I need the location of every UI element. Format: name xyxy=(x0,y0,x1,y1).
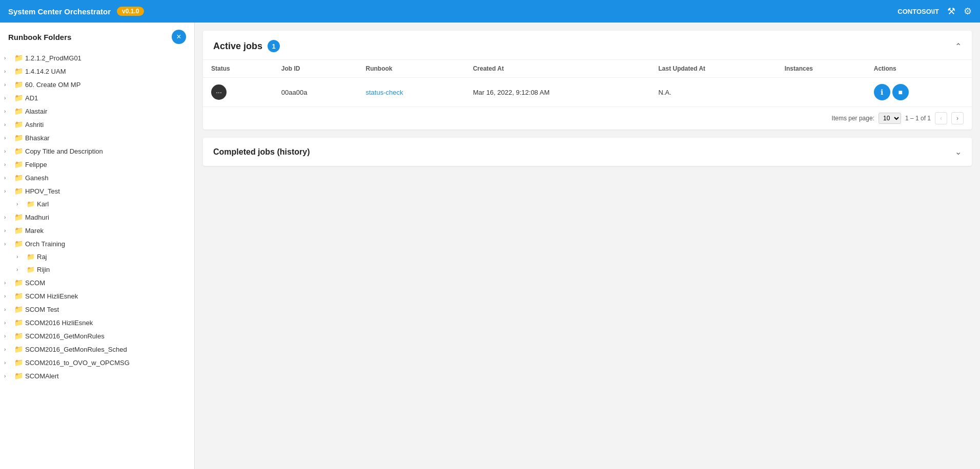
sidebar-item[interactable]: ›📁SCOM xyxy=(0,276,194,289)
navbar-left: System Center Orchestrator v0.1.0 xyxy=(8,7,144,16)
sidebar-item-label: AD1 xyxy=(25,94,188,102)
sidebar-title: Runbook Folders xyxy=(8,33,71,41)
chevron-icon: › xyxy=(4,135,12,141)
chevron-icon: › xyxy=(4,122,12,127)
navbar-right: CONTOSO\IT ⚒ ⚙ xyxy=(897,6,972,17)
sidebar-item-label: Raj xyxy=(37,253,188,261)
folder-icon: 📁 xyxy=(14,54,23,62)
folder-icon: 📁 xyxy=(14,160,23,168)
sidebar-header: Runbook Folders × xyxy=(0,23,194,49)
sidebar-item[interactable]: ›📁SCOM2016_GetMonRules xyxy=(0,329,194,343)
apps-icon[interactable]: ⚒ xyxy=(947,6,955,17)
chevron-icon: › xyxy=(4,228,12,233)
active-jobs-title: Active jobs xyxy=(213,41,262,52)
sidebar-item-label: Copy Title and Description xyxy=(25,147,188,155)
chevron-icon: › xyxy=(16,201,25,207)
main-layout: Runbook Folders × ›📁1.2.1.2_ProdMG01›📁1.… xyxy=(0,23,980,469)
job-id-cell: 00aa00a xyxy=(273,78,358,107)
chevron-icon: › xyxy=(4,95,12,101)
folder-icon: 📁 xyxy=(14,187,23,195)
sidebar-item-label: 1.4.14.2 UAM xyxy=(25,68,188,75)
sidebar-item[interactable]: ›📁1.4.14.2 UAM xyxy=(0,65,194,78)
chevron-icon: › xyxy=(4,55,12,61)
close-sidebar-button[interactable]: × xyxy=(172,30,186,44)
sidebar-item[interactable]: ›📁SCOMAlert xyxy=(0,369,194,382)
col-status: Status xyxy=(203,60,273,78)
folder-icon: 📁 xyxy=(14,94,23,102)
chevron-icon: › xyxy=(4,347,12,352)
sidebar-item-label: Alastair xyxy=(25,108,188,115)
chevron-icon: › xyxy=(4,373,12,379)
sidebar-item-label: Karl xyxy=(37,200,188,208)
sidebar-item-label: SCOM2016_GetMonRules xyxy=(25,332,188,340)
app-title: System Center Orchestrator xyxy=(8,7,111,16)
next-page-button[interactable]: › xyxy=(951,112,964,124)
items-per-page-select[interactable]: 10 25 50 xyxy=(879,113,901,124)
sidebar-item[interactable]: ›📁SCOM Test xyxy=(0,303,194,316)
chevron-icon: › xyxy=(4,175,12,181)
sidebar-item-label: Bhaskar xyxy=(25,134,188,142)
completed-jobs-panel-header[interactable]: Completed jobs (history) ⌄ xyxy=(203,138,972,166)
chevron-icon: › xyxy=(4,280,12,286)
sidebar-item[interactable]: ›📁AD1 xyxy=(0,91,194,104)
folder-icon: 📁 xyxy=(14,80,23,89)
sidebar-item-label: Madhuri xyxy=(25,214,188,221)
sidebar-item[interactable]: ›📁Felippe xyxy=(0,158,194,171)
sidebar-item-label: SCOM HizliEsnek xyxy=(25,292,188,300)
sidebar-item[interactable]: ›📁SCOM2016_GetMonRules_Sched xyxy=(0,343,194,356)
chevron-icon: › xyxy=(4,215,12,220)
stop-button[interactable]: ■ xyxy=(892,84,909,100)
active-jobs-collapse-button[interactable]: ⌃ xyxy=(955,41,962,51)
info-button[interactable]: ℹ xyxy=(874,84,890,100)
folder-icon: 📁 xyxy=(14,213,23,221)
sidebar-item[interactable]: ›📁Bhaskar xyxy=(0,131,194,144)
sidebar: Runbook Folders × ›📁1.2.1.2_ProdMG01›📁1.… xyxy=(0,23,195,469)
prev-page-button[interactable]: ‹ xyxy=(935,112,947,124)
created-at-cell: Mar 16, 2022, 9:12:08 AM xyxy=(465,78,650,107)
version-badge: v0.1.0 xyxy=(117,7,144,16)
settings-icon[interactable]: ⚙ xyxy=(964,6,972,17)
sidebar-item[interactable]: ›📁SCOM2016 HizliEsnek xyxy=(0,316,194,329)
sidebar-item-label: Rijin xyxy=(37,266,188,273)
chevron-icon: › xyxy=(4,293,12,299)
folder-icon: 📁 xyxy=(14,67,23,75)
sidebar-item[interactable]: ›📁Marek xyxy=(0,224,194,237)
folder-icon: 📁 xyxy=(14,332,23,340)
sidebar-item-label: SCOM Test xyxy=(25,306,188,313)
sidebar-item-label: Orch Training xyxy=(25,240,188,248)
sidebar-item-label: Ganesh xyxy=(25,174,188,182)
chevron-icon: › xyxy=(4,109,12,114)
folder-icon: 📁 xyxy=(14,372,23,380)
sidebar-item[interactable]: ›📁Madhuri xyxy=(0,210,194,224)
col-created-at: Created At xyxy=(465,60,650,78)
sidebar-item[interactable]: ›📁SCOM2016_to_OVO_w_OPCMSG xyxy=(0,356,194,369)
sidebar-item[interactable]: ›📁Orch Training xyxy=(0,237,194,250)
sidebar-item[interactable]: ›📁Karl xyxy=(0,198,194,210)
last-updated-cell: N.A. xyxy=(650,78,776,107)
sidebar-item[interactable]: ›📁SCOM HizliEsnek xyxy=(0,289,194,303)
runbook-link[interactable]: status-check xyxy=(365,89,403,96)
sidebar-item-label: SCOM2016 HizliEsnek xyxy=(25,319,188,327)
sidebar-item[interactable]: ›📁Alastair xyxy=(0,104,194,118)
chevron-icon: › xyxy=(4,69,12,74)
sidebar-item[interactable]: ›📁Copy Title and Description xyxy=(0,144,194,158)
navbar: System Center Orchestrator v0.1.0 CONTOS… xyxy=(0,0,980,23)
sidebar-item[interactable]: ›📁Ashriti xyxy=(0,118,194,131)
sidebar-item[interactable]: ›📁HPOV_Test xyxy=(0,184,194,198)
completed-jobs-title: Completed jobs (history) xyxy=(213,147,310,157)
folder-icon: 📁 xyxy=(14,358,23,367)
sidebar-item-label: SCOM2016_to_OVO_w_OPCMSG xyxy=(25,359,188,367)
page-range-label: 1 – 1 of 1 xyxy=(905,115,931,122)
sidebar-item[interactable]: ›📁Rijin xyxy=(0,263,194,276)
folder-icon: 📁 xyxy=(14,226,23,234)
sidebar-item[interactable]: ›📁Ganesh xyxy=(0,171,194,184)
sidebar-item-label: HPOV_Test xyxy=(25,187,188,195)
active-jobs-panel: Active jobs 1 ⌃ Status Job ID Runbook Cr… xyxy=(203,31,972,130)
folder-icon: 📁 xyxy=(27,253,35,261)
sidebar-item[interactable]: ›📁1.2.1.2_ProdMG01 xyxy=(0,51,194,65)
folder-icon: 📁 xyxy=(14,345,23,353)
active-jobs-count-badge: 1 xyxy=(268,40,280,52)
sidebar-item-label: 1.2.1.2_ProdMG01 xyxy=(25,54,188,62)
sidebar-item[interactable]: ›📁Raj xyxy=(0,250,194,263)
sidebar-item[interactable]: ›📁60. Create OM MP xyxy=(0,78,194,91)
